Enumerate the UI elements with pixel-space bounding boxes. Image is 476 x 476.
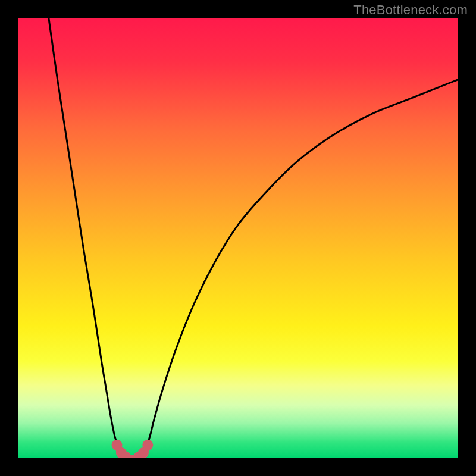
curve-left-branch [49, 18, 124, 458]
curves-layer [18, 18, 458, 458]
trough-marker [142, 440, 153, 450]
outer-frame: TheBottleneck.com [0, 0, 476, 476]
plot-area [18, 18, 458, 458]
curve-right-branch [141, 80, 458, 458]
watermark-text: TheBottleneck.com [353, 2, 468, 18]
